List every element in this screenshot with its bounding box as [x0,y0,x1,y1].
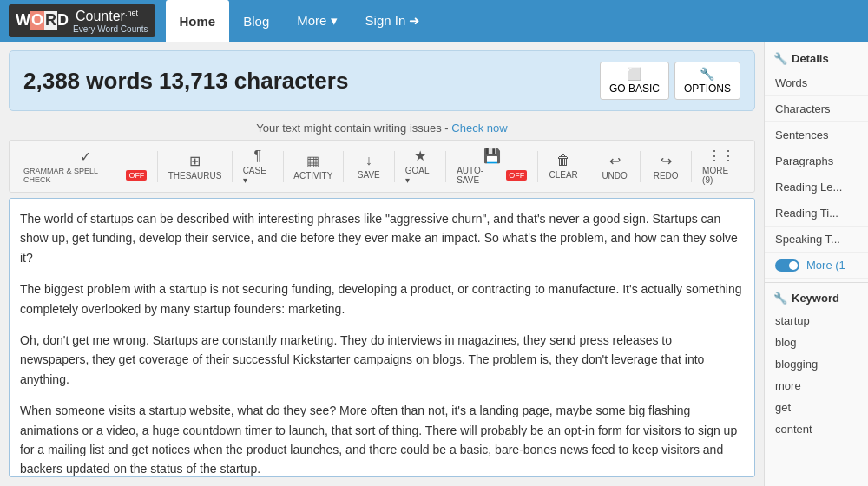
keyword-blog[interactable]: blog [765,332,868,353]
checkmark-icon: ✓ [80,148,91,165]
details-section-title[interactable]: 🔧 Details [765,47,868,70]
logo-sub: Every Word Counts [73,24,148,34]
redo-button[interactable]: ↪ REDO [644,149,687,184]
logo[interactable]: W O R D Counter.net Every Word Counts [9,4,155,36]
save-button[interactable]: ↓ SAVE [347,149,391,183]
undo-icon: ↩ [609,153,621,169]
words-label: Words [775,76,807,89]
keyword-startup-label: startup [775,314,810,327]
thesaurus-button[interactable]: ⊞ THESAURUS [161,149,227,184]
keyword-blog-label: blog [775,336,797,349]
stats-buttons: ⬜ GO BASIC 🔧 OPTIONS [600,62,740,100]
speaking-time-label: Speaking T... [775,233,840,246]
divider-9 [640,151,641,182]
redo-icon: ↪ [661,153,672,169]
sidebar-item-reading-time[interactable]: Reading Ti... [765,200,868,227]
autosave-off-badge: OFF [506,170,527,181]
stats-title: 2,388 words 13,713 characters [23,68,348,95]
nav-blog[interactable]: Blog [229,0,283,42]
keyword-content-label: content [775,423,812,436]
sentences-label: Sentences [775,128,828,141]
keywords-wrench-icon: 🔧 [773,292,787,305]
activity-icon: ▦ [306,153,319,169]
sidebar-item-characters[interactable]: Characters [765,96,868,122]
divider-2 [232,151,233,182]
paragraph-2: The biggest problem with a startup is no… [20,279,744,319]
stats-header: 2,388 words 13,713 characters ⬜ GO BASIC… [9,50,755,111]
keyword-more[interactable]: more [765,375,868,397]
left-panel: 2,388 words 13,713 characters ⬜ GO BASIC… [0,42,764,486]
nav-signin[interactable]: Sign In ➜ [352,0,435,42]
keyword-more-label: more [775,379,801,392]
main-container: 2,388 words 13,713 characters ⬜ GO BASIC… [0,42,868,486]
grammar-label: GRAMMAR & SPELL CHECK [23,167,124,184]
nav-more[interactable]: More ▾ [283,0,351,42]
sidebar-item-speaking-time[interactable]: Speaking T... [765,227,868,253]
toggle-on-icon[interactable] [775,259,799,272]
grammar-off-badge: OFF [126,170,147,181]
more-label: MORE (9) [702,166,740,185]
activity-label: ACTIVITY [293,171,332,181]
divider-7 [537,151,538,182]
divider-8 [589,151,589,182]
keyword-get[interactable]: get [765,397,868,418]
paragraph-1: The world of startups can be described w… [20,209,744,267]
divider-1 [157,151,158,182]
autosave-button[interactable]: 💾 AUTO-SAVE OFF [450,144,534,188]
clear-button[interactable]: 🗑 CLEAR [542,149,585,183]
keywords-title: Keyword [792,292,839,305]
go-basic-label: GO BASIC [609,82,660,95]
nav-home[interactable]: Home [166,0,230,42]
keyword-startup[interactable]: startup [765,310,868,332]
options-button[interactable]: 🔧 OPTIONS [674,62,740,100]
right-sidebar: 🔧 Details Words Characters Sentences Par… [764,42,868,486]
case-label: CASE ▾ [243,166,273,185]
details-wrench-icon: 🔧 [773,52,787,65]
goal-icon: ★ [414,148,426,164]
keyword-content[interactable]: content [765,418,868,440]
divider-3 [283,151,284,182]
trash-icon: 🗑 [556,153,570,168]
logo-o: O [30,11,44,30]
divider-6 [445,151,446,182]
sidebar-divider-1 [765,282,868,283]
undo-button[interactable]: ↩ UNDO [593,149,636,184]
goal-button[interactable]: ★ GOAL ▾ [398,144,442,188]
sidebar-more-details[interactable]: More (1 [765,253,868,279]
sidebar-item-words[interactable]: Words [765,70,868,96]
keyword-blogging-label: blogging [775,358,818,371]
writing-issues-text: Your text might contain writing issues - [256,122,451,135]
autosave-label: AUTO-SAVE [457,166,504,185]
grammar-spell-check-button[interactable]: ✓ GRAMMAR & SPELL CHECK OFF [16,145,154,187]
navbar: W O R D Counter.net Every Word Counts Ho… [0,0,868,42]
logo-d: D [57,11,69,30]
reading-level-label: Reading Le... [775,181,842,194]
keyword-blogging[interactable]: blogging [765,353,868,375]
save-icon: ↓ [365,153,372,168]
thesaurus-label: THESAURUS [168,171,222,181]
more-button[interactable]: ⋮⋮ MORE (9) [695,144,747,188]
undo-label: UNDO [602,171,627,181]
grammar-label-row: GRAMMAR & SPELL CHECK OFF [23,167,147,184]
case-button[interactable]: ¶ CASE ▾ [236,145,279,188]
more-details-label: More (1 [806,259,845,272]
redo-label: REDO [654,171,679,181]
logo-counter: Counter.net [76,9,138,23]
go-basic-button[interactable]: ⬜ GO BASIC [600,62,669,100]
activity-button[interactable]: ▦ ACTIVITY [287,149,339,184]
sidebar-item-paragraphs[interactable]: Paragraphs [765,148,868,174]
sidebar-item-sentences[interactable]: Sentences [765,122,868,148]
paragraphs-label: Paragraphs [775,154,833,167]
logo-r: R [44,11,57,30]
characters-label: Characters [775,102,831,115]
options-label: OPTIONS [684,82,731,95]
divider-10 [691,151,692,182]
paragraph-3: Oh, don't get me wrong. Startups are con… [20,331,744,389]
paragraph-4: When someone visits a startup website, w… [20,401,744,477]
keywords-section-title[interactable]: 🔧 Keyword [765,286,868,310]
sidebar-item-reading-level[interactable]: Reading Le... [765,174,868,200]
details-title: Details [792,52,829,65]
text-editor[interactable]: The world of startups can be described w… [9,198,755,477]
go-basic-icon: ⬜ [627,67,641,81]
check-now-link[interactable]: Check now [451,122,507,135]
